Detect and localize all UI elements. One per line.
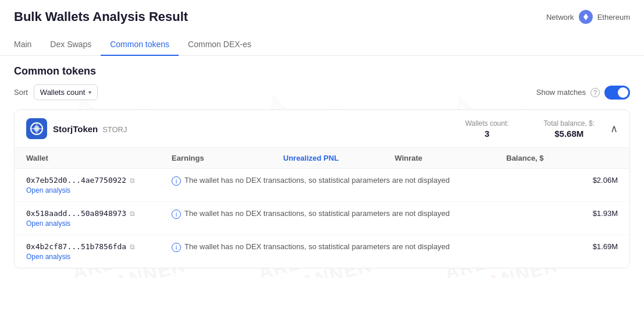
wallet-address-3: 0x4b2cf87...51b7856fda ⧉ bbox=[26, 242, 172, 251]
total-balance-stat: Total balance, $: $5.68M bbox=[544, 119, 595, 139]
header: Bulk Wallets Analysis Result Network Eth… bbox=[0, 0, 644, 24]
balance-cell-3: $1.69M bbox=[506, 242, 618, 251]
show-matches-toggle[interactable] bbox=[604, 86, 630, 100]
copy-icon[interactable]: ⧉ bbox=[130, 243, 135, 251]
token-symbol: STORJ bbox=[102, 125, 127, 134]
token-name: StorjToken bbox=[53, 124, 98, 134]
network-name: Ethereum bbox=[597, 13, 630, 22]
no-dex-message-1: i The wallet has no DEX transactions, so… bbox=[172, 176, 506, 186]
token-stats: Wallets count: 3 Total balance, $: $5.68… bbox=[465, 119, 595, 139]
total-balance-label: Total balance, $: bbox=[544, 119, 595, 127]
wallet-cell-1: 0x7eb52d0...4ae7750922 ⧉ Open analysis bbox=[26, 176, 172, 194]
sort-value: Wallets count bbox=[40, 88, 86, 97]
ethereum-icon bbox=[579, 10, 593, 24]
table-header: Wallet Earnings Unrealized PNL Winrate B… bbox=[15, 148, 629, 169]
page-wrapper: Bulk Wallets Analysis Result Network Eth… bbox=[0, 0, 644, 333]
token-name-group: StorjToken STORJ bbox=[53, 124, 127, 134]
table-row: 0x518aadd...50a8948973 ⧉ Open analysis i… bbox=[15, 202, 629, 235]
balance-cell-2: $1.93M bbox=[506, 209, 618, 218]
token-header: StorjToken STORJ Wallets count: 3 Total … bbox=[15, 110, 629, 148]
tabs: Main Dex Swaps Common tokens Common DEX-… bbox=[0, 34, 644, 56]
collapse-button[interactable]: ∧ bbox=[610, 122, 618, 135]
tab-common-tokens[interactable]: Common tokens bbox=[101, 34, 179, 56]
wallet-address-2: 0x518aadd...50a8948973 ⧉ bbox=[26, 209, 172, 218]
page-title: Bulk Wallets Analysis Result bbox=[14, 9, 188, 24]
content-area: ARBITRAGE SCANNER ARBITRAGE SCANNER ARBI… bbox=[0, 56, 644, 278]
col-header-balance: Balance, $ bbox=[506, 154, 618, 162]
info-icon-3: i bbox=[172, 243, 181, 252]
sort-label: Sort bbox=[14, 88, 28, 97]
copy-icon[interactable]: ⧉ bbox=[130, 176, 135, 185]
col-header-winrate: Winrate bbox=[395, 154, 507, 162]
sort-left: Sort Wallets count ▾ bbox=[14, 84, 98, 100]
total-balance-value: $5.68M bbox=[554, 129, 583, 139]
tab-dex-swaps[interactable]: Dex Swaps bbox=[41, 34, 101, 56]
show-matches-label: Show matches bbox=[536, 88, 586, 97]
token-logo bbox=[26, 118, 47, 139]
col-header-earnings: Earnings bbox=[172, 154, 283, 162]
open-analysis-link-3[interactable]: Open analysis bbox=[26, 253, 172, 261]
tab-common-dex-es[interactable]: Common DEX-es bbox=[179, 34, 261, 56]
info-icon-2: i bbox=[172, 210, 181, 219]
wallet-cell-2: 0x518aadd...50a8948973 ⧉ Open analysis bbox=[26, 209, 172, 228]
help-icon[interactable]: ? bbox=[590, 88, 600, 97]
no-dex-message-3: i The wallet has no DEX transactions, so… bbox=[172, 242, 506, 252]
wallet-address-1: 0x7eb52d0...4ae7750922 ⧉ bbox=[26, 176, 172, 185]
col-header-wallet: Wallet bbox=[26, 154, 172, 162]
network-badge: Network Ethereum bbox=[546, 10, 630, 24]
no-dex-message-2: i The wallet has no DEX transactions, so… bbox=[172, 209, 506, 219]
sort-dropdown[interactable]: Wallets count ▾ bbox=[34, 84, 98, 100]
section-title: Common tokens bbox=[14, 65, 630, 77]
wallet-cell-3: 0x4b2cf87...51b7856fda ⧉ Open analysis bbox=[26, 242, 172, 261]
open-analysis-link-1[interactable]: Open analysis bbox=[26, 186, 172, 194]
info-icon-1: i bbox=[172, 176, 181, 186]
col-header-unrealized-pnl: Unrealized PNL bbox=[283, 154, 395, 162]
show-matches-control: Show matches ? bbox=[536, 86, 630, 100]
chevron-down-icon: ▾ bbox=[88, 89, 91, 95]
table-row: 0x7eb52d0...4ae7750922 ⧉ Open analysis i… bbox=[15, 169, 629, 202]
table-row: 0x4b2cf87...51b7856fda ⧉ Open analysis i… bbox=[15, 235, 629, 268]
balance-cell-1: $2.06M bbox=[506, 176, 618, 185]
network-label: Network bbox=[546, 13, 574, 22]
wallets-count-stat: Wallets count: 3 bbox=[465, 119, 509, 139]
copy-icon[interactable]: ⧉ bbox=[130, 210, 135, 218]
wallets-count-label: Wallets count: bbox=[465, 119, 509, 127]
wallets-count-value: 3 bbox=[485, 129, 489, 139]
token-card: StorjToken STORJ Wallets count: 3 Total … bbox=[14, 109, 630, 268]
open-analysis-link-2[interactable]: Open analysis bbox=[26, 219, 172, 228]
tab-main[interactable]: Main bbox=[14, 34, 41, 56]
sort-row: Sort Wallets count ▾ Show matches ? bbox=[14, 84, 630, 100]
